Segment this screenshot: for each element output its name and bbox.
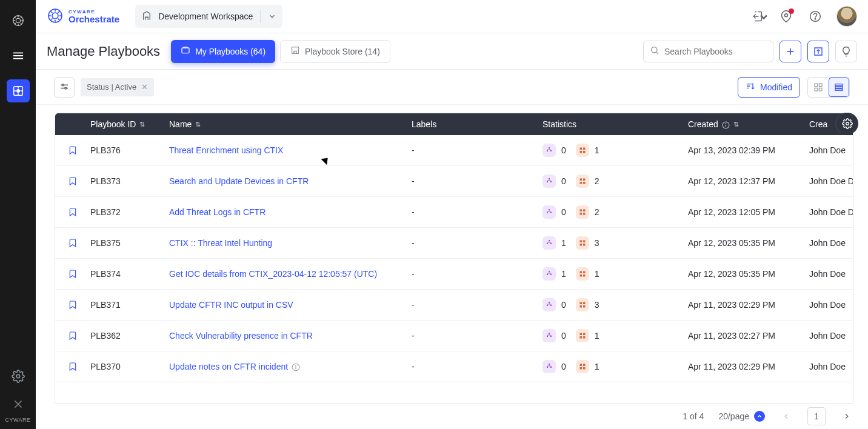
svg-point-12 <box>652 47 657 53</box>
playbook-labels: - <box>412 145 542 155</box>
filter-chip-status[interactable]: Status | Active ✕ <box>81 78 154 96</box>
filter-button[interactable] <box>54 77 75 98</box>
playbook-name-link[interactable]: Update notes on CFTR incident <box>169 362 300 371</box>
playbook-creator: John Doe <box>809 300 853 310</box>
svg-point-83 <box>296 365 296 366</box>
svg-rect-24 <box>815 88 818 91</box>
column-labels[interactable]: Labels <box>412 119 542 129</box>
stat-apps-icon <box>576 329 589 342</box>
table-row[interactable]: PLB362Check Vulnerability presence in CF… <box>55 321 853 351</box>
bookmark-icon[interactable] <box>55 145 90 155</box>
stat-apps-icon <box>576 298 589 311</box>
table-row[interactable]: PLB374Get IOC details from CTIX_2023-04-… <box>55 259 853 290</box>
column-name[interactable]: Name ⇅ <box>169 119 412 129</box>
export-icon[interactable] <box>749 8 765 24</box>
user-avatar[interactable] <box>836 6 857 27</box>
rail-app-logo-icon[interactable] <box>7 9 30 32</box>
table-row[interactable]: PLB375CTIX :: Threat Intel Hunting-13Apr… <box>55 228 853 259</box>
stat-1-value: 0 <box>561 207 566 217</box>
bookmark-icon[interactable] <box>55 207 90 217</box>
workspace-selector[interactable]: Development Workspace <box>135 5 282 28</box>
playbook-id: PLB362 <box>90 331 169 341</box>
stat-apps-icon <box>576 360 589 373</box>
svg-rect-77 <box>579 333 582 336</box>
location-icon[interactable] <box>778 8 794 24</box>
view-grid-button[interactable] <box>808 78 829 97</box>
table-row[interactable]: PLB372Add Threat Logs in CFTR-02Apr 12, … <box>55 197 853 228</box>
svg-rect-25 <box>819 88 822 91</box>
rail-settings-icon[interactable] <box>7 365 30 388</box>
playbook-icon <box>181 45 190 57</box>
rail-hamburger-icon[interactable] <box>7 44 30 67</box>
svg-rect-27 <box>835 86 843 88</box>
column-statistics[interactable]: Statistics <box>542 119 688 129</box>
playbook-created: Apr 11, 2023 02:29 PM <box>688 300 809 310</box>
svg-rect-69 <box>550 305 552 306</box>
svg-rect-85 <box>547 367 548 368</box>
playbook-created: Apr 12, 2023 12:37 PM <box>688 176 809 186</box>
svg-rect-48 <box>550 212 552 213</box>
bookmark-icon[interactable] <box>55 176 90 186</box>
svg-rect-86 <box>550 367 552 368</box>
import-button[interactable] <box>807 41 829 62</box>
stat-hierarchy-icon <box>542 205 556 219</box>
prev-page-button[interactable] <box>780 410 793 423</box>
table-settings-button[interactable] <box>836 113 858 135</box>
playbook-creator: John Doe <box>809 238 853 248</box>
tab-my-playbooks[interactable]: My Playbooks (64) <box>171 40 275 63</box>
bookmark-icon[interactable] <box>55 238 90 248</box>
stat-2-value: 2 <box>595 207 599 217</box>
playbook-id: PLB376 <box>90 145 169 155</box>
stat-apps-icon <box>576 267 589 281</box>
svg-rect-84 <box>549 364 550 365</box>
insights-button[interactable] <box>835 41 857 62</box>
column-playbook-id[interactable]: Playbook ID ⇅ <box>90 119 169 129</box>
svg-rect-68 <box>547 305 548 306</box>
svg-rect-56 <box>579 241 582 243</box>
playbook-creator: John Doe <box>809 269 853 279</box>
brand-bottom-text: Orchestrate <box>68 15 119 24</box>
search-field[interactable] <box>664 47 767 56</box>
add-playbook-button[interactable] <box>780 41 801 62</box>
bookmark-icon[interactable] <box>55 269 90 279</box>
playbook-name-link[interactable]: Get IOC details from CTIX_2023-04-12 12:… <box>169 269 377 279</box>
tab-playbook-store[interactable]: Playbook Store (14) <box>280 40 390 63</box>
sort-button[interactable]: Modified <box>738 77 800 98</box>
table-row[interactable]: PLB376Threat Enrichment using CTIX-01Apr… <box>55 135 853 166</box>
playbook-name-link[interactable]: Threat Enrichment using CTIX <box>169 145 283 155</box>
stat-1-value: 0 <box>561 176 566 186</box>
playbook-name-link[interactable]: Add Threat Logs in CFTR <box>169 207 265 217</box>
playbook-name-link[interactable]: CTIX :: Threat Intel Hunting <box>169 238 272 248</box>
svg-point-8 <box>785 14 788 17</box>
svg-rect-50 <box>583 210 586 212</box>
playbook-name-link[interactable]: Check Vulnerability presence in CFTR <box>169 331 313 341</box>
view-list-button[interactable] <box>829 78 849 97</box>
brand-logo[interactable]: CYWARE Orchestrate <box>47 7 119 26</box>
current-page-number[interactable]: 1 <box>807 407 826 425</box>
svg-rect-44 <box>579 182 582 184</box>
table-row[interactable]: PLB370Update notes on CFTR incident -01A… <box>55 351 853 382</box>
column-created[interactable]: Created ⇅ <box>688 119 809 129</box>
sort-label: Modified <box>760 82 792 92</box>
table-row[interactable]: PLB371Update CFTR INC output in CSV-03Ap… <box>55 290 853 321</box>
next-page-button[interactable] <box>840 410 853 423</box>
playbook-name-link[interactable]: Search and Update Devices in CFTR <box>169 176 309 186</box>
bookmark-icon[interactable] <box>55 362 90 371</box>
search-playbooks-input[interactable] <box>643 41 773 62</box>
playbook-name-link[interactable]: Update CFTR INC output in CSV <box>169 300 293 310</box>
bookmark-icon[interactable] <box>55 300 90 310</box>
svg-rect-40 <box>547 181 548 182</box>
bookmark-icon[interactable] <box>55 331 90 341</box>
svg-point-4 <box>16 374 20 378</box>
tab-my-label: My Playbooks (64) <box>195 47 265 56</box>
chip-remove-icon[interactable]: ✕ <box>141 82 148 91</box>
building-icon <box>141 10 152 23</box>
rail-playbooks-icon[interactable] <box>7 79 30 102</box>
stat-2-value: 1 <box>595 269 599 279</box>
rail-cyware-logo-icon[interactable] <box>7 393 30 416</box>
svg-rect-79 <box>579 336 582 339</box>
stat-hierarchy-icon <box>542 236 556 250</box>
per-page-selector[interactable]: 20/page <box>718 411 765 422</box>
table-row[interactable]: PLB373Search and Update Devices in CFTR-… <box>55 166 853 197</box>
help-icon[interactable] <box>807 8 823 24</box>
